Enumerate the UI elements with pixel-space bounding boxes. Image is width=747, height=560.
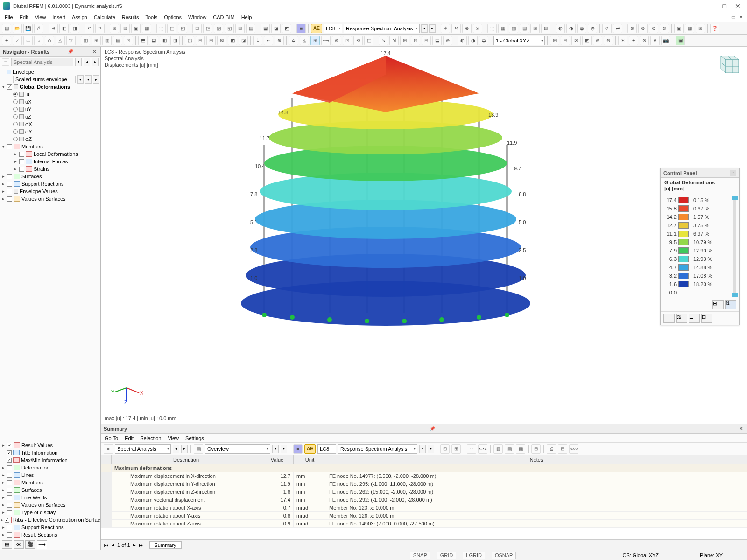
sum-menu-goto[interactable]: Go To (105, 435, 118, 441)
tree-support[interactable]: ▸Support Reactions (0, 180, 100, 188)
tb-btn[interactable]: ⇠ (264, 36, 273, 45)
sum-btn[interactable]: ↔ (467, 444, 476, 454)
sum-btn[interactable]: ⊞ (451, 444, 461, 454)
tb-next-icon[interactable]: ▸ (429, 24, 436, 33)
tree-u[interactable]: |u| (0, 91, 100, 98)
nav-tab-2[interactable]: 👁 (14, 540, 24, 549)
tb-btn[interactable]: ○ (34, 36, 43, 45)
tb-btn[interactable]: ▣ (674, 24, 684, 33)
menu-insert[interactable]: Insert (52, 14, 65, 20)
menu-options[interactable]: Options (164, 14, 182, 20)
sum-next2-icon[interactable]: ▸ (281, 445, 287, 453)
table-row[interactable]: Maximum rotation about X-axis0.7mradMemb… (101, 504, 747, 512)
tb-new-icon[interactable]: ▤ (2, 24, 11, 33)
menu-tools[interactable]: Tools (145, 14, 157, 20)
nav-tab-1[interactable]: ▤ (2, 540, 12, 549)
tb-btn[interactable]: ⟋ (13, 36, 22, 45)
tb-btn[interactable]: ▤ (246, 24, 255, 33)
tree-env-vals[interactable]: ▸Envelope Values (0, 188, 100, 195)
sum-menu-edit[interactable]: Edit (125, 435, 134, 441)
cp-tab[interactable]: ⚖ (676, 314, 687, 323)
tb-btn[interactable]: ▥ (509, 24, 518, 33)
tree-ux[interactable]: uX (0, 98, 100, 105)
tb-btn[interactable]: ⊞ (530, 24, 540, 33)
tb-btn[interactable]: ⬓ (432, 36, 442, 45)
tb-btn[interactable]: ▥ (102, 36, 112, 45)
tb-redo-icon[interactable]: ↷ (95, 24, 105, 33)
tb-analysis-combo[interactable]: Response Spectrum Analysis▾ (344, 24, 420, 33)
nav-tab-3[interactable]: 🎥 (25, 540, 35, 549)
tb-btn[interactable]: ✶ (441, 24, 450, 33)
orientation-cube[interactable] (712, 49, 742, 79)
sum-btn[interactable]: ⊞ (531, 444, 541, 454)
tb-maxmin[interactable]: ✓Max/Min Information (0, 456, 100, 464)
nav-next-icon[interactable]: ▸ (92, 58, 99, 66)
tb-open-icon[interactable]: 📂 (13, 24, 22, 33)
tb-btn[interactable]: ⊡ (192, 24, 202, 33)
pin-icon[interactable]: 📌 (66, 49, 75, 54)
tb-btn[interactable]: ⊞ (92, 36, 101, 45)
tb-btn[interactable]: ◒ (577, 24, 586, 33)
tb-btn[interactable]: ⬚ (156, 24, 166, 33)
tb-btn[interactable]: ◳ (203, 24, 212, 33)
tb-btn[interactable]: ◑ (566, 24, 576, 33)
menu-results[interactable]: Results (122, 14, 139, 20)
tb-btn[interactable]: ✕ (451, 24, 461, 33)
tb-btn[interactable]: ✦ (2, 36, 11, 45)
tb-btn[interactable]: 📷 (661, 36, 670, 45)
tb-btn[interactable]: ⊗ (462, 24, 472, 33)
page-last-icon[interactable]: ⏭ (139, 542, 144, 548)
viewport-3d[interactable]: LC8 - Response Spectrum Analysis Spectra… (101, 47, 747, 424)
menu-edit[interactable]: Edit (20, 14, 28, 20)
cp-tab[interactable]: ≡ (663, 314, 675, 323)
tb-btn[interactable]: ⇣ (253, 36, 262, 45)
tb-btn[interactable]: ▦ (685, 24, 694, 33)
tb-btn[interactable]: ▦ (142, 24, 151, 33)
tb-btn[interactable]: ◧ (59, 24, 69, 33)
menu-help[interactable]: Help (241, 14, 252, 20)
tb-btn[interactable]: A (650, 36, 660, 45)
sum-btn[interactable]: ▦ (516, 444, 525, 454)
tb-btn[interactable]: ⟿ (321, 36, 331, 45)
ribbon-help-icon[interactable]: ▾ (740, 14, 742, 20)
tb-btn[interactable]: ⇲ (389, 36, 399, 45)
nav-prev-icon[interactable]: ◂ (84, 58, 90, 66)
sum-next3-icon[interactable]: ▸ (428, 445, 434, 453)
tb-ae-tag[interactable]: AE (311, 24, 322, 33)
page-first-icon[interactable]: ⏮ (104, 542, 109, 548)
sum-btn[interactable]: x.xx (478, 444, 487, 454)
nav-dd-icon[interactable]: ▾ (75, 58, 82, 66)
tree-phix[interactable]: φX (0, 120, 100, 128)
tb-btn[interactable]: ⊞ (310, 36, 320, 45)
tb-btn[interactable]: ◑ (468, 36, 478, 45)
tb-btn[interactable]: ◓ (588, 24, 597, 33)
tb-btn[interactable]: ⟲ (353, 36, 363, 45)
tree-global-def[interactable]: ▾✓Global Deformations (0, 83, 100, 91)
tb-btn[interactable]: ▭ (23, 36, 33, 45)
tb-print-icon[interactable]: 🖨 (49, 24, 58, 33)
tb-btn[interactable]: ⊕ (275, 36, 284, 45)
tree-uy[interactable]: uY (0, 105, 100, 113)
tb-btn[interactable]: ⟳ (602, 24, 612, 33)
tb-title-info[interactable]: ✓Title Information (0, 449, 100, 456)
tb-btn[interactable]: ⊟ (120, 24, 130, 33)
tb-btn[interactable]: ⊡ (411, 36, 420, 45)
menu-cadbim[interactable]: CAD-BIM (213, 14, 234, 20)
tb-btn[interactable]: ⊞ (110, 24, 119, 33)
cp-tab[interactable]: ⊡ (701, 314, 712, 323)
status-lgrid[interactable]: LGRID (463, 552, 485, 559)
tb-support2[interactable]: ▸Support Reactions (0, 524, 100, 531)
tb-btn[interactable]: ⊕ (443, 36, 452, 45)
tb-btn[interactable]: ◨ (170, 36, 180, 45)
tb-btn[interactable]: ⬒ (138, 36, 148, 45)
tb-btn[interactable]: ◫ (167, 24, 176, 33)
table-row[interactable]: Maximum displacement in Y-direction11.9m… (101, 480, 747, 488)
sum-btn[interactable]: 0.00 (569, 444, 578, 454)
tb-btn[interactable]: ■ (296, 24, 306, 33)
sum-btn[interactable]: 🖨 (547, 444, 556, 454)
status-snap[interactable]: SNAP (410, 552, 430, 559)
tb-btn[interactable]: ◲ (214, 24, 223, 33)
status-grid[interactable]: GRID (437, 552, 457, 559)
tb-save-icon[interactable]: 💾 (23, 24, 33, 33)
tb-btn[interactable]: ✶ (618, 36, 627, 45)
